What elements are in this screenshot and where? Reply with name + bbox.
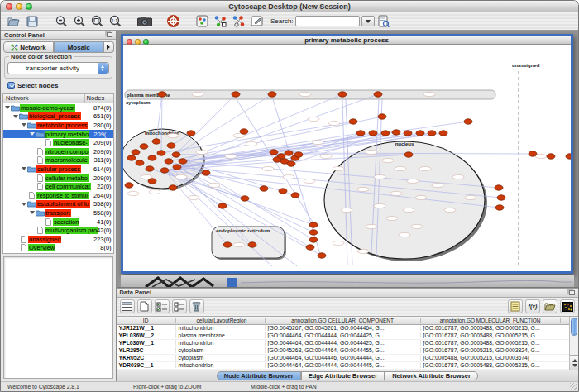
zoom-button[interactable] [26, 3, 32, 10]
network-node[interactable] [158, 92, 166, 97]
network-node[interactable] [392, 130, 400, 135]
disclosure-triangle-icon[interactable] [22, 167, 27, 170]
tree-row[interactable]: establishment of lo558(0) [3, 200, 113, 209]
layout-edges-icon[interactable] [231, 14, 246, 29]
column-header[interactable]: annotation.GO CELLULAR_COMPONENT [266, 318, 421, 323]
tree-row[interactable]: Overview8(0) [3, 244, 113, 253]
network-node[interactable] [165, 159, 173, 164]
unselect-attributes-icon[interactable] [172, 299, 187, 313]
search-dropdown-button[interactable] [361, 16, 375, 26]
table-row[interactable]: YDR039C__1mitochondrion[GO:0044464, GO:0… [117, 362, 569, 370]
network-node[interactable] [381, 131, 390, 136]
vizmapper-icon[interactable] [194, 14, 210, 29]
new-attribute-icon[interactable] [137, 299, 152, 313]
network-node[interactable] [349, 119, 357, 124]
network-node[interactable] [146, 166, 154, 171]
tree-row[interactable]: cellular metabo209(0) [3, 174, 113, 183]
network-node[interactable] [232, 92, 240, 97]
network-node[interactable] [497, 195, 505, 200]
import-attributes-icon[interactable] [543, 299, 557, 313]
disclosure-triangle-icon[interactable] [22, 123, 27, 127]
network-node[interactable] [148, 179, 156, 184]
notes-icon[interactable] [508, 299, 523, 313]
table-row[interactable]: YPL036W__2plasma membrane[GO:0044464, GO… [117, 332, 569, 340]
node-color-dropdown[interactable]: transporter activity [7, 62, 109, 74]
network-node[interactable] [152, 139, 160, 144]
network-node[interactable] [309, 222, 318, 227]
network-node[interactable] [495, 205, 504, 210]
table-row[interactable]: YLR295Ccytoplasm[GO:0045263, GO:0044464,… [117, 347, 569, 355]
network-minimize-button[interactable] [135, 39, 141, 45]
network-node[interactable] [248, 242, 256, 247]
network-node[interactable] [167, 143, 175, 148]
network-node[interactable] [132, 150, 140, 155]
network-node[interactable] [566, 154, 571, 159]
tab-mosaic[interactable]: Mosaic [54, 41, 104, 53]
window-titlebar[interactable]: Cytoscape Desktop (New Session) [1, 1, 578, 12]
network-close-button[interactable] [127, 39, 132, 45]
attribute-grid-icon[interactable] [120, 299, 135, 313]
scrollbar-thumb[interactable] [571, 318, 577, 336]
float-panel-icon[interactable] [569, 290, 575, 295]
tree-row[interactable]: unassigned223(0) [3, 235, 113, 244]
column-header[interactable]: annotation.GO MOLECULAR_FUNCTION [421, 318, 561, 323]
resize-grip[interactable] [570, 383, 577, 390]
disclosure-triangle-icon[interactable] [22, 203, 27, 206]
network-node[interactable] [160, 168, 169, 173]
network-node[interactable] [125, 183, 133, 188]
zoom-fit-icon[interactable]: 1:1 [108, 14, 123, 29]
tree-row[interactable]: metabolic process280(0) [3, 121, 113, 130]
tab-overflow-button[interactable] [104, 41, 114, 53]
network-canvas[interactable]: plasma membranecytoplasmunassignednucleu… [123, 45, 571, 269]
network-node[interactable] [306, 245, 314, 250]
network-node[interactable] [268, 92, 276, 97]
network-node[interactable] [356, 131, 365, 136]
column-header[interactable]: _cellularLayoutRegion [176, 318, 266, 323]
search-input[interactable] [295, 16, 360, 26]
network-node[interactable] [140, 144, 148, 149]
network-node[interactable] [270, 150, 278, 155]
tree-column-network[interactable]: Network [3, 94, 85, 103]
float-panel-icon[interactable] [107, 32, 112, 37]
table-scrollbar[interactable] [569, 317, 578, 370]
zoom-in-icon[interactable] [71, 14, 87, 29]
zoom-out-icon[interactable] [53, 14, 69, 29]
table-row[interactable]: YKR052Ccytoplasm[GO:0044464, GO:0044446,… [117, 355, 569, 362]
network-node[interactable] [187, 131, 195, 136]
tab-edge-attribute-browser[interactable]: Edge Attribute Browser [301, 371, 385, 380]
camera-icon[interactable] [136, 14, 152, 29]
network-node[interactable] [294, 152, 303, 157]
network-node[interactable] [148, 155, 156, 160]
network-node[interactable] [309, 230, 318, 235]
tab-network-attribute-browser[interactable]: Network Attribute Browser [385, 371, 478, 380]
network-node[interactable] [136, 160, 144, 165]
tree-row[interactable]: secretion41(0) [3, 218, 113, 227]
scrollbar-arrows[interactable] [570, 355, 579, 370]
matrix-icon[interactable] [560, 299, 575, 313]
network-node[interactable] [291, 193, 299, 198]
network-node[interactable] [241, 196, 249, 201]
network-node[interactable] [439, 131, 447, 136]
disclosure-triangle-icon[interactable] [30, 211, 36, 214]
network-node[interactable] [416, 131, 424, 136]
tab-network[interactable]: Network [3, 41, 54, 53]
network-node[interactable] [273, 157, 281, 162]
tree-row[interactable]: cell communicat22(0) [3, 182, 113, 191]
network-node[interactable] [309, 237, 318, 242]
disclosure-triangle-icon[interactable] [5, 106, 11, 109]
network-node[interactable] [378, 114, 386, 119]
advanced-search-icon[interactable] [376, 14, 392, 29]
disclosure-triangle-icon[interactable] [13, 115, 19, 118]
select-attributes-icon[interactable] [155, 299, 170, 313]
network-node[interactable] [279, 189, 287, 194]
network-node[interactable] [338, 92, 347, 97]
network-node[interactable] [172, 152, 180, 157]
delete-attribute-icon[interactable] [189, 299, 204, 313]
tree-row[interactable]: biological_process651(0) [3, 112, 113, 122]
network-node[interactable] [202, 170, 210, 175]
tree-row[interactable]: nucleobase-209(0) [3, 138, 113, 147]
tree-row[interactable]: response to stimul264(0) [3, 191, 113, 200]
tree-row[interactable]: macromolecule311(0) [3, 156, 113, 165]
column-header[interactable]: ID [117, 318, 176, 323]
birds-eye-view[interactable] [3, 256, 113, 379]
